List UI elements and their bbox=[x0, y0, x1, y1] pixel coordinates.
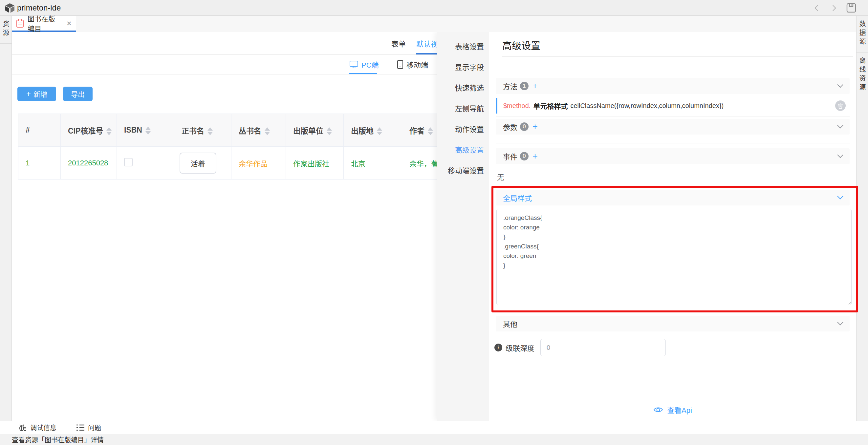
col-header-place[interactable]: 出版地 bbox=[344, 114, 402, 147]
rail-label: 资源 bbox=[1, 20, 10, 38]
export-button-label: 导出 bbox=[71, 89, 85, 99]
table-header-row: # CIP核准号 ISBN 正书名 丛书名 出版单位 出版地 作者 bbox=[19, 114, 468, 147]
rail-label: 离线资源 bbox=[858, 57, 867, 93]
left-rail: 资源 bbox=[0, 16, 12, 421]
back-icon[interactable] bbox=[814, 5, 820, 11]
add-param-icon[interactable]: + bbox=[532, 122, 538, 132]
tab-mobile[interactable]: 移动端 bbox=[397, 59, 428, 70]
divider bbox=[496, 143, 849, 144]
editor-tab-strip: 图书在版编目 × bbox=[12, 16, 856, 32]
delete-method-button[interactable] bbox=[835, 100, 846, 111]
settings-content: 高级设置 方法 1 + $method. 单元格样式 cellClassName… bbox=[489, 32, 856, 421]
menu-item-left-nav[interactable]: 左侧导航 bbox=[437, 97, 489, 118]
debug-info-label: 调试信息 bbox=[30, 423, 57, 432]
settings-menu: 表格设置 显示字段 快速筛选 左侧导航 动作设置 高级设置 移动端设置 bbox=[437, 32, 489, 421]
add-event-icon[interactable]: + bbox=[532, 151, 538, 161]
method-prefix: $method. bbox=[503, 102, 530, 109]
app-logo bbox=[5, 3, 15, 15]
close-icon[interactable]: × bbox=[67, 20, 71, 27]
export-button[interactable]: 导出 bbox=[63, 87, 93, 101]
section-other[interactable]: 其他 bbox=[496, 316, 849, 331]
section-methods[interactable]: 方法 1 + bbox=[496, 78, 849, 94]
cell-cip: 2012265028 bbox=[61, 147, 117, 180]
section-events[interactable]: 事件 0 + bbox=[496, 148, 849, 164]
col-header-cip[interactable]: CIP核准号 bbox=[61, 114, 117, 147]
view-api-link[interactable]: 查看Api bbox=[489, 404, 856, 415]
list-icon bbox=[76, 424, 85, 431]
document-icon bbox=[17, 19, 24, 28]
cell-place: 北京 bbox=[344, 147, 402, 180]
method-signature: cellClassName({row,rowIndex,column,colum… bbox=[570, 102, 723, 109]
events-empty-text: 无 bbox=[497, 171, 504, 182]
divider bbox=[502, 57, 853, 57]
menu-item-advanced-settings[interactable]: 高级设置 bbox=[437, 139, 489, 159]
add-method-icon[interactable]: + bbox=[532, 81, 538, 91]
rail-item-offline-resources[interactable]: 离线资源 bbox=[857, 53, 868, 98]
add-button[interactable]: + 新增 bbox=[18, 87, 56, 101]
col-header-title[interactable]: 正书名 bbox=[174, 114, 231, 147]
section-params[interactable]: 参数 0 + bbox=[496, 119, 849, 134]
title-value-box[interactable]: 活着 bbox=[180, 153, 216, 173]
panel-title: 高级设置 bbox=[502, 38, 540, 52]
chevron-down-icon[interactable] bbox=[837, 319, 843, 325]
sort-icon[interactable] bbox=[327, 127, 332, 135]
col-header-index: # bbox=[19, 114, 61, 147]
add-button-label: 新增 bbox=[33, 89, 47, 99]
sort-icon[interactable] bbox=[265, 127, 270, 135]
sort-icon[interactable] bbox=[146, 127, 151, 134]
section-params-label: 参数 bbox=[503, 121, 517, 132]
debug-info-button[interactable]: 调试信息 bbox=[19, 423, 57, 432]
section-global-style-label: 全局样式 bbox=[503, 192, 532, 203]
chevron-down-icon[interactable] bbox=[837, 82, 843, 88]
method-item[interactable]: $method. 单元格样式 cellClassName({row,rowInd… bbox=[496, 98, 849, 114]
view-api-label: 查看Api bbox=[667, 404, 692, 415]
forward-icon[interactable] bbox=[830, 5, 836, 11]
section-methods-label: 方法 bbox=[503, 81, 517, 91]
tab-pc[interactable]: PC端 bbox=[350, 59, 379, 70]
method-name: 单元格样式 bbox=[533, 101, 568, 110]
menu-item-table-settings[interactable]: 表格设置 bbox=[437, 35, 489, 56]
issues-button[interactable]: 问题 bbox=[76, 423, 101, 432]
status-text: 查看资源「图书在版编目」详情 bbox=[12, 435, 104, 444]
isbn-checkbox[interactable] bbox=[124, 158, 133, 166]
menu-item-action-settings[interactable]: 动作设置 bbox=[437, 118, 489, 139]
rail-label: 数据源 bbox=[858, 20, 867, 47]
col-header-isbn[interactable]: ISBN bbox=[117, 114, 174, 147]
col-header-publisher[interactable]: 出版单位 bbox=[286, 114, 344, 147]
tab-form[interactable]: 表单 bbox=[391, 38, 406, 49]
rail-item-datasource[interactable]: 数据源 bbox=[857, 16, 868, 53]
sort-icon[interactable] bbox=[428, 127, 433, 135]
save-icon[interactable] bbox=[846, 3, 856, 13]
table-row[interactable]: 1 2012265028 活着 余华作品 作家出版社 北京 余华，著 bbox=[19, 147, 468, 180]
editor-tab-book-cip[interactable]: 图书在版编目 × bbox=[12, 16, 76, 32]
menu-item-quick-filter[interactable]: 快速筛选 bbox=[437, 77, 489, 97]
trash-icon bbox=[838, 103, 843, 108]
col-header-series[interactable]: 丛书名 bbox=[231, 114, 286, 147]
plus-icon: + bbox=[26, 91, 31, 97]
chevron-down-icon[interactable] bbox=[837, 193, 843, 199]
sort-icon[interactable] bbox=[208, 127, 213, 135]
cell-index: 1 bbox=[19, 147, 61, 180]
rail-item-resources[interactable]: 资源 bbox=[0, 16, 11, 44]
cascade-depth-row: i 级联深度 bbox=[494, 339, 666, 356]
events-count-badge: 0 bbox=[520, 152, 529, 160]
cell-series: 余华作品 bbox=[231, 147, 286, 180]
editor-tab-label: 图书在版编目 bbox=[28, 13, 61, 33]
cell-publisher: 作家出版社 bbox=[286, 147, 344, 180]
menu-item-mobile-settings[interactable]: 移动端设置 bbox=[437, 159, 489, 180]
params-count-badge: 0 bbox=[520, 122, 529, 131]
chevron-down-icon[interactable] bbox=[837, 122, 843, 128]
section-global-style[interactable]: 全局样式 bbox=[496, 190, 849, 205]
cell-title: 活着 bbox=[174, 147, 231, 180]
sort-icon[interactable] bbox=[377, 127, 382, 135]
global-style-code-input[interactable]: .orangeClass{ color: orange } .greenClas… bbox=[496, 209, 851, 305]
phone-icon bbox=[397, 60, 403, 69]
app-title: primeton-ide bbox=[17, 3, 61, 12]
info-icon: i bbox=[494, 344, 502, 351]
cascade-depth-input[interactable] bbox=[540, 339, 666, 356]
menu-item-display-fields[interactable]: 显示字段 bbox=[437, 56, 489, 77]
main-area: 表单 默认视图 PC端 移动端 + 新增 导出 bbox=[12, 32, 856, 421]
issues-label: 问题 bbox=[88, 423, 101, 432]
sort-icon[interactable] bbox=[106, 127, 112, 135]
chevron-down-icon[interactable] bbox=[837, 152, 843, 158]
